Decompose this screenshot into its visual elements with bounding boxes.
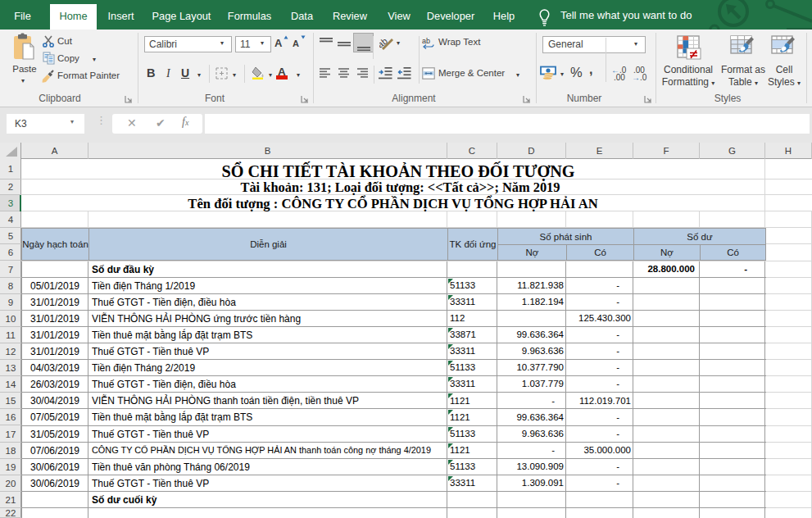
svg-text:ab: ab [422,37,430,45]
